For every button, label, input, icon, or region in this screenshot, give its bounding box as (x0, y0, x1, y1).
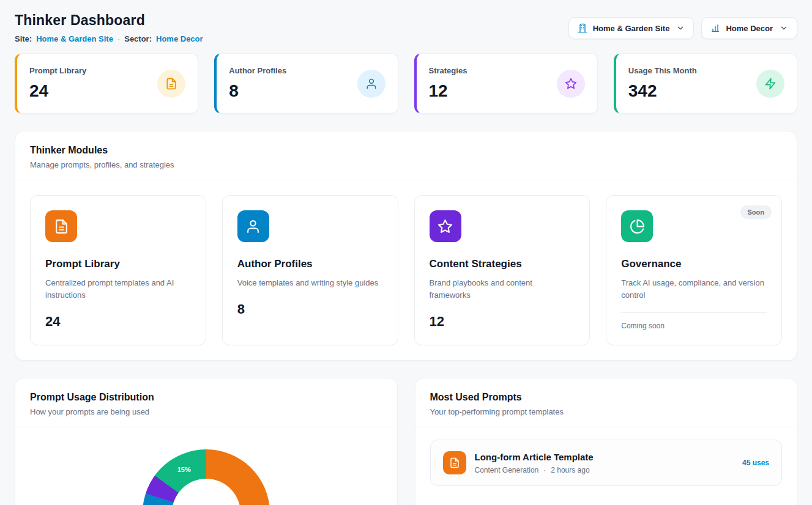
module-card-content-strategies[interactable]: Content Strategies Brand playbooks and c… (414, 195, 590, 345)
most-used-prompts-panel: Most Used Prompts Your top-performing pr… (415, 378, 798, 505)
modules-title: Thinker Modules (30, 145, 782, 156)
usage-chart-area: 15% (15, 427, 397, 505)
site-selector-label: Home & Garden Site (593, 24, 670, 33)
user-icon (237, 210, 269, 242)
stat-label: Prompt Library (29, 66, 86, 75)
stat-card-strategies: Strategies 12 (414, 53, 598, 114)
module-card-author-profiles[interactable]: Author Profiles Voice templates and writ… (222, 195, 398, 345)
module-value: 12 (430, 314, 575, 330)
prompt-item-title: Long-form Article Template (475, 452, 734, 462)
separator-dot: · (117, 34, 120, 43)
modules-grid: Prompt Library Centralized prompt templa… (15, 180, 797, 360)
stat-card-usage: Usage This Month 342 (614, 53, 797, 114)
stat-card-prompt-library: Prompt Library 24 (15, 53, 198, 114)
donut-chart: 15% (143, 449, 270, 505)
usage-distribution-panel: Prompt Usage Distribution How your promp… (15, 378, 398, 505)
usage-title: Prompt Usage Distribution (30, 392, 382, 403)
divider (621, 312, 767, 313)
module-value: 24 (45, 314, 191, 330)
module-card-governance[interactable]: Soon Governance Track AI usage, complian… (606, 195, 782, 345)
chevron-down-icon (780, 24, 788, 32)
title-block: Thinker Dashboard Site: Home & Garden Si… (15, 12, 203, 43)
prompt-category: Content Generation (475, 466, 539, 474)
site-selector-dropdown[interactable]: Home & Garden Site (568, 17, 695, 39)
prompts-subtitle: Your top-performing prompt templates (430, 407, 783, 416)
header: Thinker Dashboard Site: Home & Garden Si… (15, 12, 797, 43)
modules-panel: Thinker Modules Manage prompts, profiles… (15, 131, 797, 361)
stat-card-author-profiles: Author Profiles 8 (214, 53, 398, 114)
stat-label: Author Profiles (229, 66, 286, 75)
stat-label: Strategies (429, 66, 467, 75)
module-title: Author Profiles (237, 258, 383, 270)
modules-panel-header: Thinker Modules Manage prompts, profiles… (15, 131, 797, 180)
coming-soon-label: Coming soon (621, 322, 767, 330)
sector-selector-dropdown[interactable]: Home Decor (701, 17, 797, 39)
document-icon (443, 451, 466, 474)
module-value: 8 (237, 301, 383, 317)
site-link[interactable]: Home & Garden Site (36, 34, 113, 43)
module-card-prompt-library[interactable]: Prompt Library Centralized prompt templa… (30, 195, 206, 345)
stat-value: 8 (229, 81, 286, 101)
user-icon (357, 70, 386, 98)
list-item[interactable]: Long-form Article Template Content Gener… (430, 440, 783, 486)
building-icon (578, 23, 587, 33)
stat-value: 24 (29, 81, 86, 101)
stats-row: Prompt Library 24 Author Profiles 8 Stra… (15, 53, 797, 114)
pie-chart-icon (621, 210, 653, 242)
sector-link[interactable]: Home Decor (156, 34, 203, 43)
uses-count-badge: 45 uses (742, 459, 769, 467)
donut-segment-label: 15% (177, 466, 191, 473)
prompts-panel-header: Most Used Prompts Your top-performing pr… (415, 378, 797, 427)
star-icon (557, 70, 585, 98)
donut-hole (172, 479, 240, 505)
lightning-icon (756, 70, 784, 98)
stat-label: Usage This Month (628, 66, 697, 75)
module-description: Brand playbooks and content frameworks (430, 277, 575, 301)
module-title: Governance (621, 258, 767, 270)
stat-value: 342 (628, 81, 697, 101)
prompt-timestamp: 2 hours ago (551, 466, 589, 474)
module-description: Centralized prompt templates and AI inst… (45, 277, 191, 301)
prompt-item-meta: Content Generation · 2 hours ago (475, 466, 734, 474)
module-description: Track AI usage, compliance, and version … (621, 277, 767, 301)
usage-panel-header: Prompt Usage Distribution How your promp… (15, 378, 397, 427)
bar-chart-icon (710, 23, 720, 33)
stat-value: 12 (429, 81, 467, 101)
modules-subtitle: Manage prompts, profiles, and strategies (30, 160, 782, 169)
sector-selector-label: Home Decor (726, 24, 773, 33)
breadcrumb: Site: Home & Garden Site · Sector: Home … (15, 34, 203, 43)
document-icon (45, 210, 77, 242)
header-controls: Home & Garden Site Home Decor (568, 17, 797, 39)
module-description: Voice templates and writing style guides (237, 277, 383, 289)
soon-badge: Soon (740, 205, 772, 219)
prompts-title: Most Used Prompts (430, 392, 783, 403)
module-title: Prompt Library (45, 258, 191, 270)
sector-label: Sector: (124, 34, 152, 43)
star-icon (430, 210, 461, 242)
separator-dot: · (543, 466, 546, 474)
document-icon (157, 70, 185, 98)
prompt-list: Long-form Article Template Content Gener… (415, 427, 797, 498)
site-label: Site: (15, 34, 32, 43)
chevron-down-icon (676, 24, 685, 32)
dashboard-page: Thinker Dashboard Site: Home & Garden Si… (0, 0, 812, 505)
module-title: Content Strategies (430, 258, 575, 270)
usage-subtitle: How your prompts are being used (30, 407, 382, 416)
page-title: Thinker Dashboard (15, 12, 203, 29)
bottom-row: Prompt Usage Distribution How your promp… (15, 378, 797, 505)
